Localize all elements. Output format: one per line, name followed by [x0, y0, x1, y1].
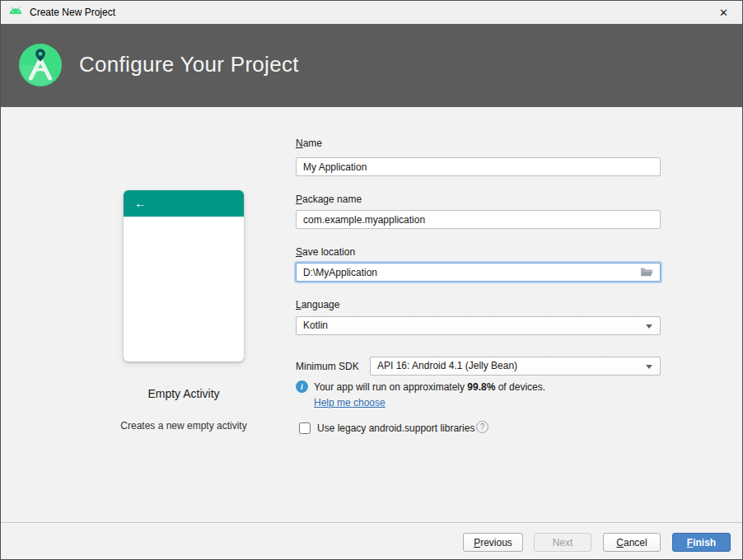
legacy-support-label: Use legacy android.support libraries [317, 422, 474, 434]
minimum-sdk-value: API 16: Android 4.1 (Jelly Bean) [377, 360, 517, 371]
save-location-input[interactable] [296, 263, 661, 282]
previous-button[interactable]: Previous [463, 533, 523, 552]
button-bar: Previous Next Cancel Finish [1, 522, 742, 560]
android-studio-logo-icon [19, 44, 62, 86]
legacy-support-checkbox[interactable] [299, 422, 311, 434]
name-input[interactable] [296, 157, 661, 176]
package-name-label: Package name [296, 194, 362, 205]
package-name-input[interactable] [296, 210, 661, 229]
info-icon: i [296, 380, 308, 393]
language-dropdown[interactable]: Kotlin [296, 316, 661, 335]
activity-description: Creates a new empty activity [101, 420, 266, 432]
create-new-project-dialog: Create New Project ✕ Configure Your Proj… [0, 0, 743, 560]
finish-button[interactable]: Finish [672, 533, 731, 552]
wizard-header: Configure Your Project [1, 24, 742, 107]
close-icon[interactable]: ✕ [705, 1, 742, 24]
help-me-choose-link[interactable]: Help me choose [314, 397, 386, 408]
page-title: Configure Your Project [79, 52, 299, 77]
back-arrow-icon: ← [134, 196, 147, 210]
chevron-down-icon [646, 324, 652, 329]
minimum-sdk-dropdown[interactable]: API 16: Android 4.1 (Jelly Bean) [370, 357, 661, 376]
activity-preview-appbar: ← [124, 190, 244, 217]
title-bar: Create New Project ✕ [1, 1, 742, 24]
activity-preview-card: ← [124, 190, 244, 362]
window-title: Create New Project [30, 7, 115, 18]
next-button[interactable]: Next [534, 533, 591, 552]
save-location-label: Save location [296, 246, 355, 258]
android-head-icon [9, 6, 22, 19]
minimum-sdk-label: Minimum SDK [296, 361, 359, 372]
language-label: Language [296, 299, 339, 310]
chevron-down-icon [646, 365, 652, 369]
name-label: Name [296, 138, 322, 149]
language-value: Kotlin [303, 320, 328, 331]
activity-name: Empty Activity [101, 387, 266, 400]
coverage-percent: 99.8% [467, 381, 495, 393]
cancel-button[interactable]: Cancel [603, 533, 661, 552]
browse-folder-icon[interactable] [637, 264, 657, 280]
device-coverage-text: Your app will run on approximately 99.8%… [314, 381, 545, 393]
help-icon[interactable]: ? [476, 421, 488, 433]
